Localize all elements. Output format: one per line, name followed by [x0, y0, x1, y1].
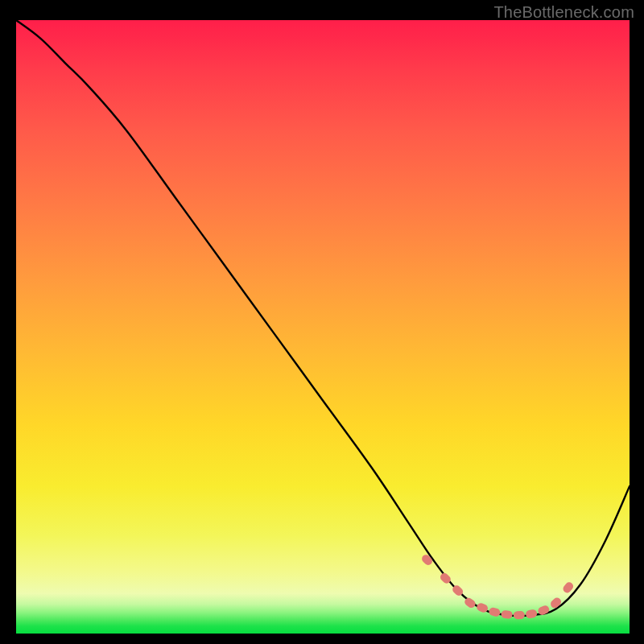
plot-area [16, 20, 630, 634]
curve-marker [514, 611, 525, 619]
curve-marker [525, 609, 538, 619]
curve-marker [420, 553, 434, 567]
curve-marker [488, 607, 501, 617]
curve-marker [562, 580, 576, 594]
bottleneck-curve [16, 20, 630, 616]
curve-marker [501, 610, 513, 620]
curve-layer [16, 20, 630, 634]
chart-stage: TheBottleneck.com [0, 0, 644, 644]
marker-group [420, 553, 575, 619]
curve-marker [549, 596, 563, 609]
watermark-text: TheBottleneck.com [493, 3, 634, 22]
